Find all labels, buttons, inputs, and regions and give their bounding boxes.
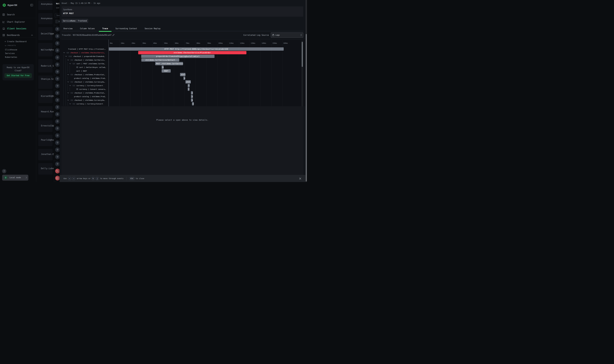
sidebar-item-dashboards[interactable]: Dashboards [0, 33, 36, 37]
trace-span-bar[interactable]: prepareOrderItemsAndShippingQuoteFromCar… [141, 55, 215, 58]
event-row[interactable] [54, 111, 60, 118]
sidebar-preset-clickhouse[interactable]: Clickhouse [5, 48, 17, 51]
user-menu[interactable]: U Local mode [2, 175, 28, 181]
event-row[interactable] [54, 175, 60, 182]
sidebar-preset-kubernetes[interactable]: Kubernetes [5, 56, 17, 58]
arrow-key: ← [68, 177, 71, 180]
waterfall-scrollbar-thumb[interactable] [302, 42, 303, 67]
tree-chart-divider[interactable] [108, 39, 109, 106]
get-started-button[interactable]: Get Started for Free [4, 73, 32, 78]
edit-pencil-icon[interactable] [112, 34, 115, 36]
presets-toggle[interactable]: PRESETS [5, 45, 16, 46]
sidebar-item-client-sessions[interactable]: Client Sessions [0, 26, 36, 31]
trace-span-bar[interactable]: HTTP POST http://frontend:8080/api/check… [109, 47, 284, 51]
trace-span-bar[interactable]: oteldemo.CartService/GetCart [141, 58, 179, 62]
trace-tree-row[interactable]: (2)checkout | oteldemo.CheckoutServic… [60, 51, 108, 54]
trace-tree-row[interactable]: (11)checkout | prepareOrderItemsAnd… [60, 54, 108, 58]
trace-span-bar[interactable]: oteldemo.ProductCatalogService/GetProduc… [191, 91, 193, 94]
event-row[interactable] [54, 132, 60, 139]
app-title: HyperDX [8, 4, 17, 6]
trace-tree-label: cart | HGET [76, 70, 107, 72]
trace-tree-row[interactable]: cart | HGET [60, 69, 108, 73]
log-source-select[interactable]: Logs [271, 32, 303, 38]
event-row[interactable] [54, 97, 60, 104]
window-scrollbar-thumb[interactable] [306, 34, 307, 181]
event-row[interactable] [54, 75, 60, 82]
event-row[interactable] [54, 82, 60, 90]
trace-tree-row[interactable]: (1)checkout | oteldemo.CurrencySe… [60, 98, 108, 102]
event-row[interactable] [54, 33, 60, 40]
trace-span-bar[interactable]: oteldemo.CheckoutService/PlaceOrder [138, 51, 246, 54]
event-row[interactable] [54, 125, 60, 132]
session-card[interactable]: Jonathan.Effertz@yahoo.com [38, 149, 52, 160]
event-row[interactable] [54, 68, 60, 75]
tab-trace[interactable]: Trace [99, 26, 111, 31]
trace-tree-row[interactable]: product-catalog | oteldemo.Prod… [60, 77, 108, 80]
sidebar-preset-services[interactable]: Services [5, 52, 15, 55]
event-row[interactable] [54, 47, 60, 54]
trace-span-bar[interactable]: Convert conversion successful [188, 88, 190, 91]
event-row[interactable] [54, 160, 60, 168]
trace-tree-row[interactable]: product-catalog | oteldemo.Prod… [60, 95, 108, 98]
trace-span-bar[interactable]: oteldemo.CurrencyService/Convert [185, 80, 191, 83]
trace-span-bar[interactable]: Currency/Convert [192, 102, 194, 105]
tree-indent-guide [70, 87, 70, 91]
event-row[interactable] [54, 168, 60, 175]
trace-tree-row[interactable]: (1)checkout | oteldemo.ProductCat… [60, 73, 108, 77]
event-row[interactable] [54, 61, 60, 68]
event-row[interactable] [54, 118, 60, 125]
session-card[interactable]: Shaniya.Schmidt@hotmail.com [38, 76, 52, 89]
window-scrollbar[interactable] [305, 0, 307, 182]
session-card[interactable]: Walton9@hotmail.com [38, 43, 52, 56]
trace-tree-label: checkout | oteldemo.ProductCat… [75, 92, 107, 94]
trace-tree-row[interactable]: (1)currency | Currency/Convert [60, 84, 108, 87]
trace-span-bar[interactable]: oteldemo.CurrencyService/Convert [191, 99, 193, 102]
help-button[interactable]: ? [2, 169, 6, 173]
create-dashboard-button[interactable]: + Create Dashboard [5, 40, 26, 43]
trace-span-bar[interactable]: GetCartAsync called with userId [162, 66, 164, 69]
event-row[interactable] [54, 139, 60, 146]
event-row[interactable] [54, 146, 60, 153]
trace-tree-row[interactable]: (1)currency | Currency/Convert [60, 102, 108, 106]
close-icon[interactable] [299, 176, 302, 181]
session-card[interactable]: Ernesto33@gmail.com [38, 120, 52, 132]
session-card[interactable]: Roderick_Spencer@gmail.com [38, 59, 52, 73]
event-row[interactable] [54, 153, 60, 160]
trace-tree-row[interactable]: (1)checkout | oteldemo.CurrencySe… [60, 80, 108, 84]
tab-surrounding-context[interactable]: Surrounding Context [112, 26, 141, 31]
trace-tree-row[interactable]: frontend | HTTP POST http://frontend:… [60, 47, 108, 51]
cloud-promo-text: Cloud? [2, 69, 34, 72]
tab-overview[interactable]: Overview [60, 26, 76, 31]
trace-tree-row[interactable]: (2)cart | POST /oteldemo.CartSe… [60, 62, 108, 65]
sidebar-item-chart-explorer[interactable]: Chart Explorer [0, 20, 36, 24]
session-card[interactable]: Pearl43@hotmail.com [38, 135, 52, 146]
event-row[interactable] [54, 104, 60, 111]
trace-tree-row[interactable]: currency | Convert convers… [60, 87, 108, 91]
tab-column-values[interactable]: Column Values [77, 26, 98, 31]
trace-span-bar[interactable]: oteldemo.ProductCatalogService/GetProduc… [191, 95, 193, 98]
session-card[interactable]: Kieran92@hotmail.com [38, 91, 52, 103]
event-row[interactable] [54, 26, 60, 33]
session-card[interactable]: Dolly.Lubowitz@gmail.com [38, 163, 52, 175]
trace-tree-row[interactable]: (1)checkout | oteldemo.CartServic… [60, 58, 108, 62]
trace-tree-row[interactable]: cart | GetCartAsync called… [60, 65, 108, 69]
session-card[interactable]: Deion37@gmail.com [38, 27, 52, 40]
event-row[interactable] [54, 54, 60, 61]
waterfall-scrollbar[interactable] [301, 40, 303, 106]
session-card[interactable]: Anonymous [38, 13, 52, 24]
trace-span-bar[interactable]: HGET [162, 69, 171, 73]
sidebar-item-search[interactable]: Search [0, 13, 36, 17]
session-card[interactable]: Anonymous [38, 0, 52, 10]
service-name-chip[interactable]: ServiceName: frontend [62, 19, 88, 23]
event-row[interactable] [54, 90, 60, 96]
tab-session-replay[interactable]: Session Replay [141, 26, 164, 31]
trace-span-bar[interactable]: Currency/Convert [188, 84, 190, 87]
trace-span-bar[interactable]: POST /oteldemo.CartService/GetCart [155, 62, 183, 65]
event-row[interactable] [54, 40, 60, 47]
trace-span-bar[interactable]: oteldemo.ProductCatalogService/GetProduc… [183, 77, 185, 80]
session-card[interactable]: Howard.Runolfsdottir@gmail.com [38, 106, 52, 118]
span-name-panel[interactable]: SpanName HTTP POST [62, 6, 303, 17]
trace-span-bar[interactable]: oteldemo.ProductCatalogService/GetProduc… [180, 73, 185, 76]
sidebar-collapse-icon[interactable] [30, 4, 33, 6]
trace-tree-row[interactable]: (1)checkout | oteldemo.ProductCat… [60, 91, 108, 95]
